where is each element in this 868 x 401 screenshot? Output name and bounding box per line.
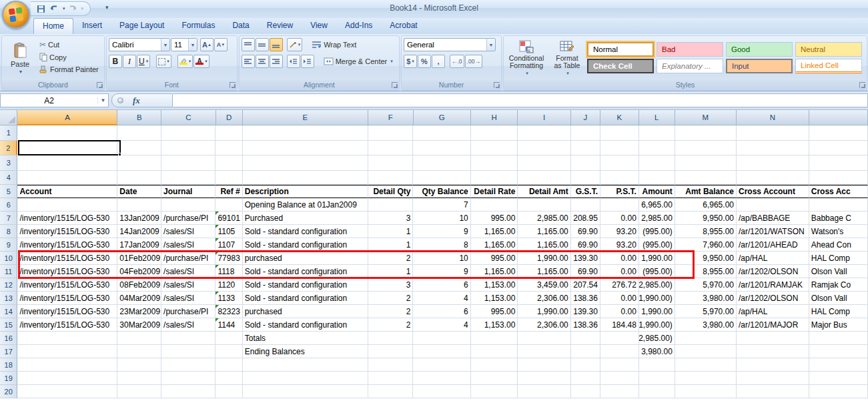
cell-D2[interactable] bbox=[215, 141, 242, 155]
format-painter-button[interactable]: Format Painter bbox=[36, 63, 102, 75]
cell-B6[interactable] bbox=[117, 198, 161, 212]
cell-I6[interactable] bbox=[518, 198, 570, 212]
cell-C17[interactable] bbox=[161, 345, 215, 358]
cell-I8[interactable]: 1,165.00 bbox=[518, 225, 570, 238]
cell-N13[interactable]: /ar/1202/OLSON bbox=[737, 292, 809, 305]
cell-I16[interactable] bbox=[518, 332, 570, 345]
cell-M15[interactable]: 3,980.00 bbox=[675, 318, 737, 332]
row-header-2[interactable]: 2 bbox=[0, 141, 17, 155]
cell-E18[interactable] bbox=[243, 358, 368, 372]
cell-N15[interactable]: /ar/1201/MAJOR bbox=[737, 318, 809, 332]
underline-button[interactable]: U▾ bbox=[137, 55, 150, 68]
cell-G9[interactable]: 8 bbox=[413, 238, 470, 252]
cell-M20[interactable] bbox=[675, 385, 737, 398]
cell-N11[interactable]: /ar/1202/OLSON bbox=[737, 265, 809, 278]
borders-button[interactable]: ▾ bbox=[156, 55, 171, 68]
cell-K5[interactable]: P.S.T. bbox=[600, 185, 639, 198]
cell-E7[interactable]: Purchased bbox=[243, 212, 368, 225]
cell-G17[interactable] bbox=[413, 345, 470, 358]
cell-D6[interactable] bbox=[215, 198, 242, 212]
cell-I17[interactable] bbox=[518, 345, 570, 358]
cell-L13[interactable]: (1,990.00) bbox=[639, 292, 675, 305]
cell-F11[interactable]: 1 bbox=[368, 265, 414, 278]
cell-I15[interactable]: 2,306.00 bbox=[518, 318, 570, 332]
cell-J16[interactable] bbox=[571, 332, 600, 345]
cell-K10[interactable]: 0.00 bbox=[600, 252, 639, 265]
cell-I19[interactable] bbox=[518, 372, 570, 385]
row-header-6[interactable]: 6 bbox=[0, 198, 17, 212]
cell-C11[interactable]: /sales/SI bbox=[161, 265, 215, 278]
cell-L6[interactable]: 6,965.00 bbox=[639, 198, 675, 212]
cell-L19[interactable] bbox=[639, 372, 675, 385]
cell-B8[interactable]: 14Jan2009 bbox=[117, 225, 161, 238]
cell-J15[interactable]: 138.36 bbox=[571, 318, 600, 332]
cell-H4[interactable] bbox=[471, 171, 518, 185]
cell-M4[interactable] bbox=[675, 171, 737, 185]
cell-I3[interactable] bbox=[518, 155, 570, 171]
cell-H8[interactable]: 1,165.00 bbox=[471, 225, 518, 238]
decrease-indent-button[interactable] bbox=[287, 55, 300, 68]
cell-M9[interactable]: 7,960.00 bbox=[675, 238, 737, 252]
col-header-B[interactable]: B bbox=[117, 110, 161, 125]
cell-G3[interactable] bbox=[413, 155, 470, 171]
col-header-O[interactable] bbox=[809, 110, 868, 125]
office-button[interactable] bbox=[2, 1, 30, 29]
merge-center-button[interactable]: Merge & Center ▾ bbox=[320, 56, 396, 67]
clipboard-dialog-launcher[interactable] bbox=[97, 82, 103, 88]
cell-L14[interactable]: 1,990.00 bbox=[639, 305, 675, 318]
cell-E20[interactable] bbox=[243, 385, 368, 398]
cell-G14[interactable]: 6 bbox=[413, 305, 470, 318]
cell-M1[interactable] bbox=[675, 125, 737, 141]
align-top-button[interactable] bbox=[242, 38, 255, 51]
col-header-C[interactable]: C bbox=[161, 110, 215, 125]
cell-J8[interactable]: 69.90 bbox=[571, 225, 600, 238]
cell-C4[interactable] bbox=[161, 171, 215, 185]
cell-A1[interactable] bbox=[17, 125, 117, 141]
font-name-combo[interactable]: Calibri▼ bbox=[109, 38, 170, 51]
wrap-text-button[interactable]: Wrap Text bbox=[308, 39, 360, 50]
cell-D11[interactable]: 1118 bbox=[215, 265, 242, 278]
cell-J6[interactable] bbox=[571, 198, 600, 212]
cell-A13[interactable]: /inventory/1515/LOG-530 bbox=[17, 292, 117, 305]
cell-O4[interactable] bbox=[809, 171, 868, 185]
cell-O12[interactable]: Ramjak Co bbox=[809, 278, 868, 292]
cell-H15[interactable]: 1,153.00 bbox=[471, 318, 518, 332]
cell-M10[interactable]: 9,950.00 bbox=[675, 252, 737, 265]
cell-D17[interactable] bbox=[215, 345, 242, 358]
cell-O14[interactable]: HAL Comp bbox=[809, 305, 868, 318]
cell-H5[interactable]: Detail Rate bbox=[471, 185, 518, 198]
cell-B18[interactable] bbox=[117, 358, 161, 372]
conditional-formatting-button[interactable]: ≤ Conditional Formatting ▾ bbox=[506, 37, 547, 79]
cell-D16[interactable] bbox=[215, 332, 242, 345]
cell-E16[interactable]: Totals bbox=[243, 332, 368, 345]
paste-dropdown-arrow[interactable]: ▼ bbox=[19, 69, 23, 74]
cell-G6[interactable]: 7 bbox=[413, 198, 470, 212]
cell-F8[interactable]: 1 bbox=[368, 225, 414, 238]
cell-E1[interactable] bbox=[243, 125, 368, 141]
cell-B13[interactable]: 04Mar2009 bbox=[117, 292, 161, 305]
row-header-10[interactable]: 10 bbox=[0, 252, 17, 265]
cell-C5[interactable]: Journal bbox=[161, 185, 215, 198]
cell-D10[interactable]: 77983 bbox=[215, 252, 242, 265]
cell-E4[interactable] bbox=[243, 171, 368, 185]
cell-F10[interactable]: 2 bbox=[368, 252, 414, 265]
cell-J12[interactable]: 207.54 bbox=[571, 278, 600, 292]
cell-F13[interactable]: 2 bbox=[368, 292, 414, 305]
style-bad[interactable]: Bad bbox=[657, 42, 723, 57]
cell-H6[interactable] bbox=[471, 198, 518, 212]
cell-F19[interactable] bbox=[368, 372, 414, 385]
cell-M13[interactable]: 3,980.00 bbox=[675, 292, 737, 305]
cell-C9[interactable]: /sales/SI bbox=[161, 238, 215, 252]
cell-M17[interactable] bbox=[675, 345, 737, 358]
cell-B16[interactable] bbox=[117, 332, 161, 345]
cell-J2[interactable] bbox=[571, 141, 600, 155]
cell-C20[interactable] bbox=[161, 385, 215, 398]
cell-O17[interactable] bbox=[809, 345, 868, 358]
row-header-12[interactable]: 12 bbox=[0, 278, 17, 292]
cell-L1[interactable] bbox=[639, 125, 675, 141]
cell-D12[interactable]: 1120 bbox=[215, 278, 242, 292]
cell-O11[interactable]: Olson Vall bbox=[809, 265, 868, 278]
cell-C16[interactable] bbox=[161, 332, 215, 345]
cell-J14[interactable]: 139.30 bbox=[571, 305, 600, 318]
cell-A12[interactable]: /inventory/1515/LOG-530 bbox=[17, 278, 117, 292]
